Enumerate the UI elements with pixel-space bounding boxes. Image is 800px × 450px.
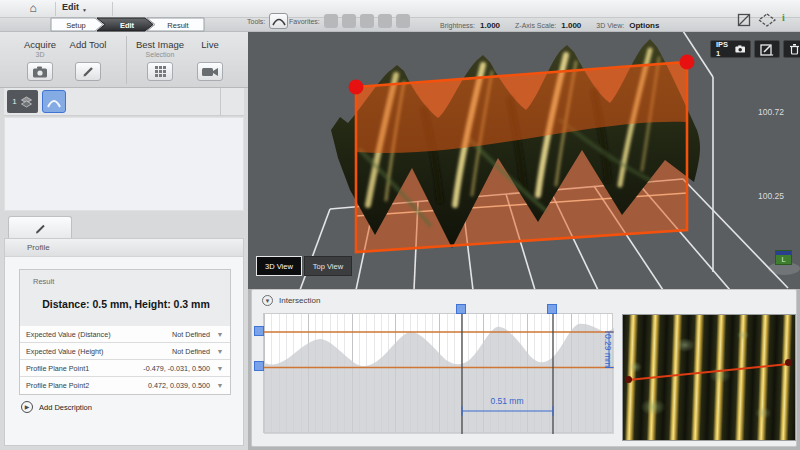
property-row-plane-point2[interactable]: Profile Plane Point2 0.472, 0.039, 0.500… [20, 377, 230, 394]
profile-panel: Profile Result Distance: 0.5 mm, Height:… [4, 238, 244, 446]
favorite-slot[interactable] [324, 14, 338, 28]
profile-line-overlay[interactable] [628, 363, 788, 381]
left-panel: Acquire 3D Add Tool Best Image Selection… [0, 32, 248, 450]
view-3d-button[interactable]: 3D View [256, 256, 302, 276]
chevron-down-icon[interactable]: ▼ [210, 382, 230, 389]
capture-cluster: IPS 1 [710, 40, 800, 58]
property-rows: Expected Value (Distance) Not Defined ▼ … [19, 326, 231, 395]
chevron-down-icon[interactable]: ▼ [210, 365, 230, 372]
left-marker-handle[interactable] [456, 304, 466, 314]
profile-wave-fill [264, 324, 614, 434]
tools-cluster: Tools: [247, 12, 288, 30]
pencil-icon [82, 65, 95, 78]
orientation-cube[interactable]: L [766, 248, 800, 278]
brightness-value[interactable]: 1.000 [480, 21, 500, 30]
plane-endpoint-left[interactable] [349, 80, 364, 95]
camera-icon [32, 66, 48, 78]
annotate-button[interactable] [754, 40, 780, 58]
info-icon[interactable]: i [782, 12, 785, 23]
property-row-expected-height[interactable]: Expected Value (Height) Not Defined ▼ [20, 343, 230, 360]
intersection-header[interactable]: ▼ Intersection [262, 295, 320, 306]
video-camera-icon [201, 66, 219, 78]
tool-thumbnail-strip: 1 [4, 88, 244, 116]
collapse-icon[interactable]: ▼ [262, 295, 273, 306]
profile-line-endpoint-right[interactable] [785, 359, 792, 366]
profile-panel-title: Profile [5, 239, 243, 257]
chevron-down-icon[interactable]: ▼ [210, 348, 230, 355]
right-marker-handle[interactable] [547, 304, 557, 314]
favorite-slot[interactable] [360, 14, 374, 28]
brightness-label: Brightness: [440, 22, 475, 29]
zscale-value[interactable]: 1.000 [561, 21, 581, 30]
add-tool-button[interactable] [75, 62, 101, 81]
profile-curve-icon [272, 16, 286, 26]
favorites-cluster: Favorites: [289, 12, 410, 30]
view3d-label: 3D View: [596, 22, 624, 29]
lower-line-handle[interactable] [254, 361, 264, 371]
tab-result-label: Result [167, 21, 189, 30]
favorite-slot[interactable] [378, 14, 392, 28]
property-label: Profile Plane Point1 [20, 364, 89, 373]
camera-icon [735, 44, 745, 54]
plane-view-button[interactable] [757, 11, 777, 29]
profile-tool-button[interactable] [269, 13, 288, 29]
fit-region-button[interactable] [734, 11, 754, 29]
cube-face-label: L [776, 255, 791, 264]
chevron-down-icon: ▼ [82, 7, 87, 13]
result-box: Result Distance: 0.5 mm, Height: 0.3 mm [19, 269, 231, 327]
favorite-slot[interactable] [396, 14, 410, 28]
acquire-button[interactable] [27, 62, 53, 81]
ips-label: IPS 1 [716, 40, 731, 58]
best-image-subtitle: Selection [130, 51, 190, 58]
live-button[interactable] [197, 62, 223, 81]
view-settings: Brightness: 1.000 Z-Axis Scale: 1.000 3D… [440, 18, 669, 32]
profile-curve-icon [46, 96, 62, 108]
ips-capture-button[interactable]: IPS 1 [710, 40, 751, 58]
add-description-label: Add Description [39, 403, 92, 412]
trash-icon [789, 43, 800, 55]
delete-button[interactable] [783, 40, 800, 58]
add-tool-title: Add Tool [62, 39, 114, 50]
menu-edit[interactable]: Edit▼ [62, 2, 87, 13]
dataset-thumbnail[interactable]: 1 [7, 90, 38, 113]
surface-photo[interactable] [622, 314, 796, 441]
plane-endpoint-right[interactable] [680, 55, 695, 70]
property-value: Not Defined [172, 330, 210, 339]
menu-edit-label: Edit [62, 2, 79, 12]
tool-list-empty-area [4, 117, 244, 211]
cube-box: L [775, 250, 792, 265]
expand-play-icon: ▶ [21, 401, 33, 413]
intersection-title: Intersection [279, 296, 320, 305]
menubar-divider [112, 2, 113, 16]
viewport-3d[interactable]: IPS 1 100.72 100.25 3D View Top [248, 32, 800, 289]
z-axis-label-bottom: 100.25 [748, 191, 794, 201]
view-toggle: 3D View Top View [256, 256, 352, 276]
favorite-slot[interactable] [342, 14, 356, 28]
acquire-title: Acquire [14, 39, 66, 50]
edit-export-icon [760, 43, 774, 56]
property-label: Expected Value (Height) [20, 347, 103, 356]
property-label: Profile Plane Point2 [20, 381, 89, 390]
home-icon[interactable]: ⌂ [18, 1, 48, 17]
profile-chart[interactable]: 0.51 mm 0.29 mm [263, 313, 613, 433]
profile-tool-thumbnail-selected[interactable] [42, 90, 66, 113]
property-row-expected-distance[interactable]: Expected Value (Distance) Not Defined ▼ [20, 326, 230, 343]
scene-3d [248, 32, 800, 289]
upper-line-handle[interactable] [254, 326, 264, 336]
profile-line-endpoint-left[interactable] [625, 376, 632, 383]
edit-profile-tab[interactable] [8, 216, 72, 239]
property-value: 0.472, 0.039, 0.500 [148, 381, 210, 390]
view3d-options[interactable]: Options [629, 21, 659, 30]
add-description[interactable]: ▶ Add Description [21, 401, 92, 413]
intersection-panel: ▼ Intersection 0.51 mm 0.29 mm [251, 289, 797, 447]
pencil-icon [34, 222, 47, 235]
best-image-button[interactable] [147, 62, 173, 81]
fit-region-icon [736, 12, 752, 28]
result-value: Distance: 0.5 mm, Height: 0.3 mm [20, 298, 232, 310]
z-axis-label-top: 100.72 [748, 107, 794, 117]
view-top-button[interactable]: Top View [304, 256, 352, 276]
property-label: Expected Value (Distance) [20, 330, 111, 339]
strip-divider [220, 88, 221, 116]
property-row-plane-point1[interactable]: Profile Plane Point1 -0.479, -0.031, 0.5… [20, 360, 230, 377]
chevron-down-icon[interactable]: ▼ [210, 331, 230, 338]
